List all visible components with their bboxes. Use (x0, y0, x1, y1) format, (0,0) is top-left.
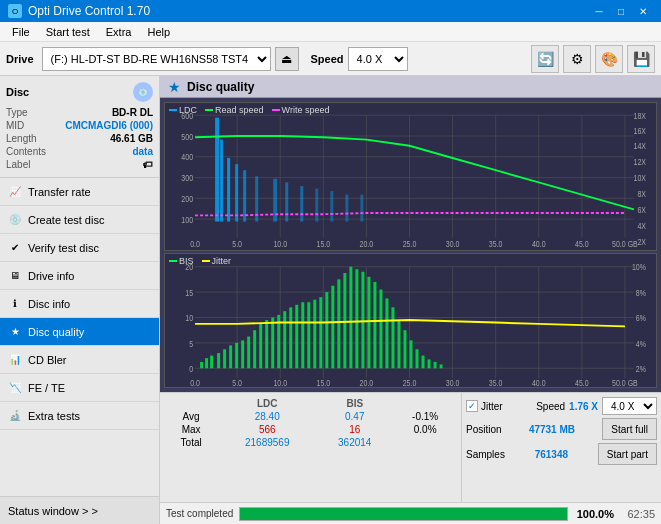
svg-text:5.0: 5.0 (232, 240, 242, 250)
maximize-button[interactable]: □ (611, 2, 631, 20)
verify-test-disc-icon: ✔ (8, 241, 22, 255)
read-speed-legend-color (205, 109, 213, 111)
svg-rect-23 (285, 182, 288, 221)
svg-text:20.0: 20.0 (360, 240, 374, 250)
max-row: Max 566 16 0.0% (164, 423, 457, 436)
progress-bar-fill (240, 508, 567, 520)
transfer-rate-icon: 📈 (8, 185, 22, 199)
close-button[interactable]: ✕ (633, 2, 653, 20)
position-value: 47731 MB (529, 424, 575, 435)
sidebar-item-disc-quality[interactable]: ★ Disc quality (0, 318, 159, 346)
progress-bar (239, 507, 568, 521)
svg-rect-90 (319, 297, 322, 368)
sidebar-item-extra-tests[interactable]: 🔬 Extra tests (0, 402, 159, 430)
svg-rect-25 (315, 189, 318, 222)
mid-value: CMCMAGDI6 (000) (65, 120, 153, 131)
svg-rect-77 (241, 340, 244, 368)
type-value: BD-R DL (112, 107, 153, 118)
sidebar-item-transfer-rate[interactable]: 📈 Transfer rate (0, 178, 159, 206)
svg-rect-97 (361, 271, 364, 368)
svg-rect-81 (265, 320, 268, 368)
jitter-legend-label: Jitter (212, 256, 232, 266)
menu-start-test[interactable]: Start test (38, 24, 98, 40)
disc-icon: 💿 (133, 82, 153, 102)
svg-rect-79 (253, 330, 256, 368)
menu-help[interactable]: Help (139, 24, 178, 40)
minimize-button[interactable]: ─ (589, 2, 609, 20)
svg-rect-100 (379, 289, 382, 368)
title-bar: O Opti Drive Control 1.70 ─ □ ✕ (0, 0, 661, 22)
content-area: ★ Disc quality LDC Read speed (160, 76, 661, 524)
label-label: Label (6, 159, 30, 170)
svg-rect-70 (200, 362, 203, 368)
jitter-legend-item: Jitter (202, 256, 232, 266)
sidebar-item-drive-info[interactable]: 🖥 Drive info (0, 262, 159, 290)
speed-select[interactable]: 4.0 X 2.0 X 8.0 X (348, 47, 408, 71)
svg-rect-89 (313, 299, 316, 368)
eject-button[interactable]: ⏏ (275, 47, 299, 71)
refresh-button[interactable]: 🔄 (531, 45, 559, 73)
cd-bler-icon: 📊 (8, 353, 22, 367)
svg-text:10.0: 10.0 (273, 240, 287, 250)
sidebar-item-verify-test-disc[interactable]: ✔ Verify test disc (0, 234, 159, 262)
speed-dropdown[interactable]: 4.0 X (602, 397, 657, 415)
sidebar-label-disc-quality: Disc quality (28, 326, 84, 338)
ldc-legend: LDC Read speed Write speed (169, 105, 329, 115)
svg-text:50.0 GB: 50.0 GB (612, 240, 638, 250)
save-button[interactable]: 💾 (627, 45, 655, 73)
position-label: Position (466, 424, 502, 435)
svg-rect-75 (229, 345, 232, 368)
svg-text:40.0: 40.0 (532, 378, 546, 387)
svg-text:0.0: 0.0 (190, 378, 200, 387)
samples-value: 761348 (535, 449, 568, 460)
bis-legend: BIS Jitter (169, 256, 231, 266)
sidebar-label-create-test-disc: Create test disc (28, 214, 104, 226)
svg-text:10%: 10% (632, 262, 646, 272)
svg-text:0: 0 (189, 364, 193, 374)
svg-rect-91 (325, 292, 328, 368)
max-jitter: 0.0% (393, 423, 457, 436)
svg-rect-98 (367, 277, 370, 368)
svg-text:50.0 GB: 50.0 GB (612, 378, 638, 387)
svg-text:12X: 12X (634, 158, 647, 168)
col-bis: BIS (316, 397, 393, 410)
sidebar-item-create-test-disc[interactable]: 💿 Create test disc (0, 206, 159, 234)
sidebar-item-fe-te[interactable]: 📉 FE / TE (0, 374, 159, 402)
svg-text:45.0: 45.0 (575, 378, 589, 387)
menu-file[interactable]: File (4, 24, 38, 40)
svg-text:0.0: 0.0 (190, 240, 200, 250)
menu-extra[interactable]: Extra (98, 24, 140, 40)
svg-text:6X: 6X (637, 205, 646, 215)
samples-row: Samples 761348 Start part (466, 443, 657, 465)
svg-text:300: 300 (181, 174, 193, 184)
sidebar-label-drive-info: Drive info (28, 270, 74, 282)
sidebar-item-disc-info[interactable]: ℹ Disc info (0, 290, 159, 318)
ldc-legend-color (169, 109, 177, 111)
svg-text:45.0: 45.0 (575, 240, 589, 250)
svg-rect-76 (235, 343, 238, 368)
disc-header-label: Disc (6, 86, 29, 98)
app-icon: O (8, 4, 22, 18)
drive-select[interactable]: (F:) HL-DT-ST BD-RE WH16NS58 TST4 (42, 47, 271, 71)
read-speed-legend-item: Read speed (205, 105, 264, 115)
svg-rect-109 (434, 362, 437, 368)
stats-area: LDC BIS Avg 28.40 0.47 -0.1% (160, 392, 661, 502)
write-speed-legend-label: Write speed (282, 105, 330, 115)
create-test-disc-icon: 💿 (8, 213, 22, 227)
label-icon: 🏷 (143, 159, 153, 170)
color-button[interactable]: 🎨 (595, 45, 623, 73)
total-label: Total (164, 436, 218, 449)
stats-row: LDC BIS Avg 28.40 0.47 -0.1% (160, 393, 661, 502)
bis-legend-item: BIS (169, 256, 194, 266)
drive-label: Drive (6, 53, 34, 65)
settings-button[interactable]: ⚙ (563, 45, 591, 73)
total-bis: 362014 (316, 436, 393, 449)
start-full-button[interactable]: Start full (602, 418, 657, 440)
start-part-button[interactable]: Start part (598, 443, 657, 465)
sidebar-item-cd-bler[interactable]: 📊 CD Bler (0, 346, 159, 374)
status-window-button[interactable]: Status window > > (0, 496, 159, 524)
jitter-checkbox[interactable]: ✓ (466, 400, 478, 412)
sidebar-label-extra-tests: Extra tests (28, 410, 80, 422)
svg-rect-27 (345, 195, 348, 222)
main-area: Disc 💿 Type BD-R DL MID CMCMAGDI6 (000) … (0, 76, 661, 524)
